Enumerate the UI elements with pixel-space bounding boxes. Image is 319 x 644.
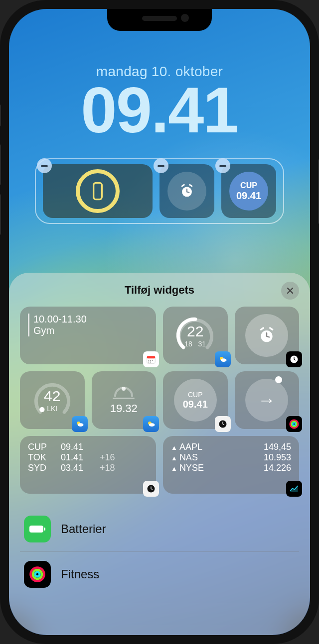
- world-clock-circle: CUP 09.41: [229, 172, 268, 211]
- widget-slot-alarm[interactable]: [160, 164, 214, 218]
- city-time: 09.41: [61, 442, 90, 452]
- svg-point-16: [122, 387, 126, 391]
- notch: [107, 9, 212, 31]
- alarm-widget-suggestion[interactable]: [235, 307, 300, 364]
- screen: mandag 10. oktober 09.41: [9, 9, 310, 635]
- fitness-ring-widget-suggestion[interactable]: →: [235, 371, 300, 429]
- calendar-widget-suggestion[interactable]: 10.00-11.30 Gym: [20, 307, 156, 364]
- clock-icon: [289, 354, 299, 364]
- temperature-current: 22: [187, 323, 203, 340]
- weather-app-badge: [72, 416, 88, 432]
- arrow-right-icon: →: [258, 390, 276, 411]
- clock-app-badge: [143, 481, 159, 497]
- calendar-event-time: 10.00-11.30: [33, 314, 148, 325]
- lock-time[interactable]: 09.41: [9, 78, 310, 142]
- phone-icon: [88, 181, 108, 201]
- city-offset: +18: [100, 463, 115, 473]
- app-name-label: Fitness: [61, 567, 99, 581]
- remove-widget-button[interactable]: [154, 158, 168, 173]
- city-code: CUP: [28, 442, 51, 452]
- city-code: TOK: [28, 452, 51, 463]
- battery-ring-icon: [76, 169, 120, 213]
- weather-app-badge: [143, 416, 159, 432]
- svg-rect-4: [149, 360, 150, 361]
- aqi-widget-suggestion[interactable]: 42 LKI: [20, 371, 85, 429]
- alarm-clock-icon: [178, 183, 195, 200]
- world-clock-widget-suggestion[interactable]: CUP 09.41: [163, 371, 228, 429]
- stock-symbol: NYSE: [179, 463, 204, 473]
- city-time: 01.41: [61, 452, 90, 463]
- calendar-icon: [146, 354, 157, 365]
- city-offset: +16: [100, 452, 115, 463]
- alarm-circle: [167, 172, 206, 211]
- svg-point-19: [149, 423, 155, 427]
- up-triangle-icon: ▲: [171, 454, 177, 462]
- app-list-item-batteries[interactable]: Batterier: [20, 507, 299, 552]
- clock-app-badge: [286, 351, 302, 367]
- lock-screen-header: mandag 10. oktober 09.41: [9, 64, 310, 142]
- world-clock-list-widget-suggestion[interactable]: CUP 09.41 TOK 01.41 +16 SYD 03.41 +18: [20, 436, 156, 494]
- sunset-icon: [111, 385, 136, 400]
- weather-temperature-widget-suggestion[interactable]: 22 18 31: [163, 307, 228, 364]
- remove-widget-button[interactable]: [215, 158, 230, 173]
- sunset-widget-suggestion[interactable]: 19.32: [92, 371, 157, 429]
- volume-up-button: [0, 144, 1, 185]
- svg-rect-0: [94, 183, 102, 199]
- sheet-title: Tilføj widgets: [20, 284, 299, 297]
- world-clock-time: 09.41: [236, 190, 261, 202]
- svg-rect-6: [152, 360, 153, 361]
- up-triangle-icon: ▲: [171, 465, 177, 472]
- battery-icon: [29, 524, 46, 534]
- stock-value: 14.226: [264, 463, 291, 473]
- stock-symbol: NAS: [179, 452, 198, 462]
- activity-rings-icon: [289, 419, 300, 429]
- world-clock-time: 09.41: [183, 399, 208, 410]
- sunset-time: 19.32: [110, 402, 138, 415]
- stock-value: 149,45: [264, 442, 291, 452]
- widget-slot-world-clock[interactable]: CUP 09.41: [221, 164, 276, 218]
- svg-point-23: [293, 423, 296, 426]
- mute-switch: [0, 105, 1, 126]
- weather-app-badge: [215, 351, 231, 367]
- calendar-event-title: Gym: [33, 325, 148, 336]
- svg-rect-5: [150, 360, 151, 361]
- stock-symbol: AAPL: [179, 442, 202, 452]
- remove-widget-button[interactable]: [37, 158, 52, 173]
- stocks-widget-suggestion[interactable]: ▲AAPL 149,45 ▲NAS 10.953 ▲NYSE 14.226: [163, 436, 299, 494]
- calendar-app-badge: [143, 351, 159, 367]
- svg-point-29: [35, 572, 40, 577]
- city-time: 03.41: [61, 463, 90, 473]
- clock-app-badge: [215, 416, 231, 432]
- clock-icon: [146, 484, 156, 494]
- svg-rect-25: [29, 526, 43, 533]
- svg-point-15: [77, 423, 83, 427]
- stock-value: 10.953: [264, 452, 291, 463]
- svg-rect-26: [44, 528, 45, 531]
- weather-icon: [75, 419, 85, 429]
- weather-icon: [146, 419, 156, 429]
- app-list-item-fitness[interactable]: Fitness: [20, 552, 299, 597]
- aqi-label: LKI: [47, 405, 57, 413]
- up-triangle-icon: ▲: [171, 444, 177, 451]
- lock-widget-row[interactable]: CUP 09.41: [35, 158, 284, 224]
- batteries-app-icon: [24, 516, 51, 542]
- widget-app-list: Batterier Fitness: [20, 507, 299, 597]
- world-clock-city-label: CUP: [240, 181, 257, 190]
- close-sheet-button[interactable]: [281, 282, 299, 300]
- city-code: SYD: [28, 463, 51, 473]
- svg-rect-3: [147, 356, 156, 359]
- weather-icon: [218, 354, 228, 364]
- temperature-low: 18: [184, 340, 192, 348]
- fitness-app-badge: [286, 416, 302, 432]
- clock-icon: [218, 419, 228, 429]
- fitness-app-icon: [24, 561, 51, 588]
- widget-slot-battery-ring[interactable]: [43, 164, 153, 218]
- aqi-value: 42: [44, 388, 60, 405]
- temperature-high: 31: [198, 340, 206, 348]
- phone-frame: mandag 10. oktober 09.41: [0, 0, 319, 644]
- svg-rect-8: [150, 362, 151, 363]
- stocks-app-badge: [286, 481, 302, 497]
- widget-suggestions-grid: 10.00-11.30 Gym: [20, 307, 299, 494]
- world-clock-city-label: CUP: [188, 391, 203, 399]
- activity-dot-icon: [275, 376, 282, 383]
